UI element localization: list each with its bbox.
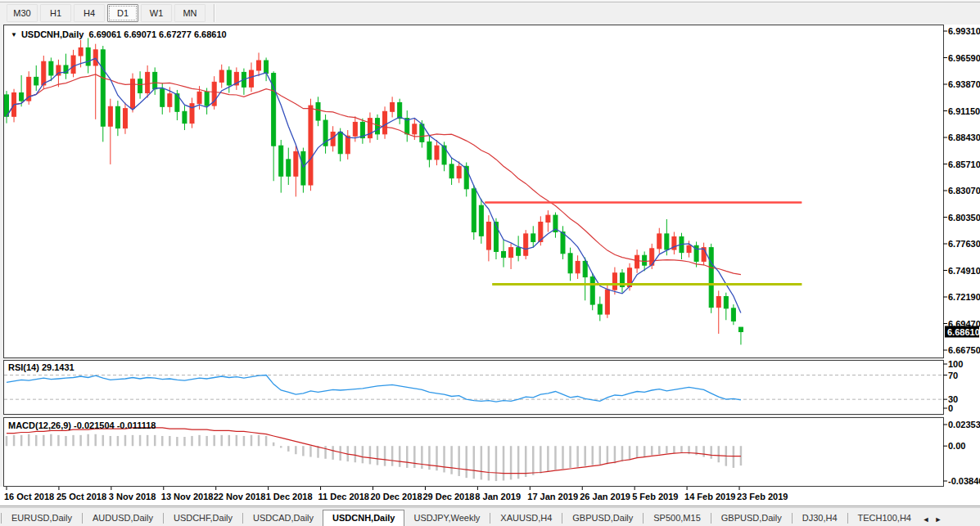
- svg-text:0.00: 0.00: [948, 441, 965, 451]
- tab-usdcad-daily[interactable]: USDCAD,Daily: [244, 510, 323, 526]
- tab-divider: [242, 513, 243, 524]
- svg-text:14 Feb 2019: 14 Feb 2019: [684, 492, 735, 501]
- svg-text:13 Nov 2018: 13 Nov 2018: [161, 492, 214, 501]
- tab-eurusd-daily[interactable]: EURUSD,Daily: [2, 510, 81, 526]
- svg-text:6.99310: 6.99310: [948, 26, 980, 36]
- tab-tech100-h4[interactable]: TECH100,H4: [849, 510, 915, 526]
- svg-text:6.85710: 6.85710: [948, 160, 980, 169]
- svg-text:6.88430: 6.88430: [948, 133, 980, 142]
- svg-text:100: 100: [948, 359, 963, 369]
- tab-gbpusd-daily[interactable]: GBPUSD,Daily: [563, 510, 642, 526]
- tab-usdcnh-daily-active[interactable]: USDCNH,Daily: [323, 510, 404, 526]
- symbol-tab-bar: EURUSD,Daily AUDUSD,Daily USDCHF,Daily U…: [0, 507, 980, 526]
- svg-text:25 Oct 2018: 25 Oct 2018: [56, 492, 106, 501]
- tab-usdjpy-weekly[interactable]: USDJPY,Weekly: [404, 510, 489, 526]
- tab-divider: [490, 513, 490, 524]
- svg-text:0.023534: 0.023534: [948, 420, 980, 429]
- svg-text:11 Dec 2018: 11 Dec 2018: [318, 492, 369, 501]
- svg-text:20 Dec 2018: 20 Dec 2018: [371, 492, 422, 501]
- collapse-arrow-icon: ▼: [11, 31, 17, 38]
- svg-text:6.77630: 6.77630: [948, 239, 980, 249]
- tab-dj30-h4[interactable]: DJ30,H4: [793, 510, 847, 526]
- chart-title: ▼USDCNH,Daily 6.69061 6.69071 6.67277 6.…: [11, 29, 227, 39]
- svg-text:8 Jan 2019: 8 Jan 2019: [475, 492, 521, 501]
- current-price-tag: 6.68610: [945, 326, 980, 337]
- tab-divider: [562, 513, 562, 524]
- tab-divider: [163, 513, 164, 524]
- svg-text:6.80350: 6.80350: [948, 213, 980, 223]
- tab-divider: [847, 513, 848, 524]
- tab-divider: [792, 513, 793, 524]
- svg-text:3 Nov 2018: 3 Nov 2018: [109, 492, 156, 501]
- svg-text:6.96590: 6.96590: [948, 53, 980, 63]
- svg-text:16 Oct 2018: 16 Oct 2018: [4, 492, 54, 501]
- svg-text:6.66750: 6.66750: [948, 345, 980, 355]
- chart-area[interactable]: 6.993106.965906.938706.911506.884306.857…: [0, 0, 980, 526]
- tab-divider: [82, 513, 83, 524]
- svg-text:17 Jan 2019: 17 Jan 2019: [527, 492, 578, 501]
- svg-text:-0.038466: -0.038466: [948, 476, 980, 486]
- tab-xauusd-h4[interactable]: XAUUSD,H4: [491, 510, 561, 526]
- tab-sp500-m15[interactable]: SP500,M15: [644, 510, 709, 526]
- tab-scroll-right-icon[interactable]: ►: [934, 515, 942, 524]
- tab-divider: [1, 513, 2, 524]
- tab-usdchf-daily[interactable]: USDCHF,Daily: [165, 510, 242, 526]
- macd-indicator-label: MACD(12,26,9) -0.021504 -0.011118: [8, 420, 156, 430]
- svg-text:22 Nov 2018: 22 Nov 2018: [214, 492, 266, 501]
- tab-divider: [711, 513, 711, 524]
- svg-text:1 Dec 2018: 1 Dec 2018: [266, 492, 313, 501]
- svg-text:29 Dec 2018: 29 Dec 2018: [422, 492, 474, 501]
- svg-text:6.83070: 6.83070: [948, 186, 980, 196]
- tab-gbpusd-daily-2[interactable]: GBPUSD,Daily: [712, 510, 791, 526]
- svg-text:6.68610: 6.68610: [947, 327, 980, 337]
- svg-text:23 Feb 2019: 23 Feb 2019: [737, 492, 788, 501]
- trading-terminal-window: { "toolbar": { "timeframes": [ {"label":…: [0, 0, 980, 526]
- svg-text:5 Feb 2019: 5 Feb 2019: [632, 492, 678, 501]
- svg-text:6.74910: 6.74910: [948, 266, 980, 276]
- svg-text:0: 0: [948, 403, 953, 413]
- tab-divider: [643, 513, 644, 524]
- chart-title-symbol: USDCNH,Daily: [21, 29, 84, 39]
- svg-text:6.72190: 6.72190: [948, 292, 980, 302]
- svg-text:70: 70: [948, 371, 958, 380]
- tab-audusd-daily[interactable]: AUDUSD,Daily: [84, 510, 162, 526]
- svg-text:6.93870: 6.93870: [948, 79, 980, 89]
- svg-text:6.91150: 6.91150: [948, 106, 980, 116]
- rsi-indicator-label: RSI(14) 29.1431: [8, 362, 75, 372]
- chart-title-ohlc: 6.69061 6.69071 6.67277 6.68610: [88, 29, 226, 39]
- tab-scroll-left-icon[interactable]: ◄: [923, 515, 930, 524]
- svg-text:26 Jan 2019: 26 Jan 2019: [580, 492, 630, 501]
